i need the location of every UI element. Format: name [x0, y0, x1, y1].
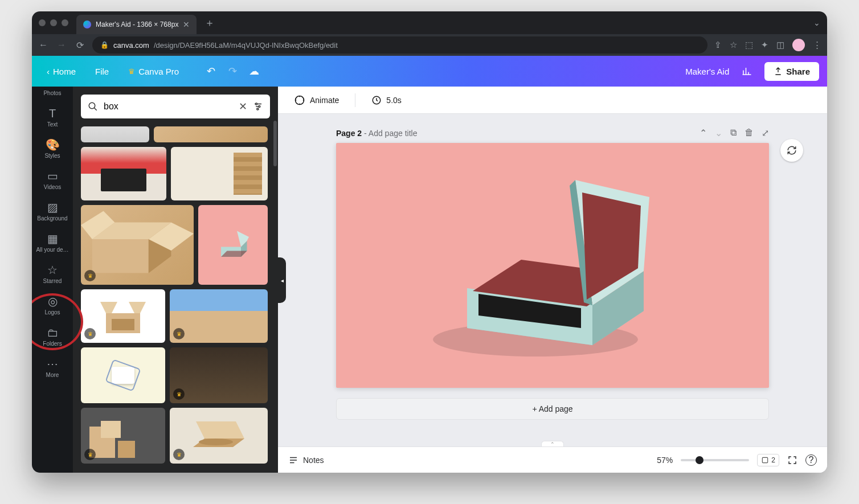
- premium-badge-icon: ♛: [173, 449, 185, 460]
- result-thumb[interactable]: [198, 205, 268, 285]
- notes-button[interactable]: Notes: [288, 455, 324, 465]
- svg-point-2: [259, 106, 260, 108]
- rail-item-background[interactable]: ▨Background: [32, 196, 73, 227]
- home-button[interactable]: ‹Home: [40, 63, 83, 80]
- rail-item-text[interactable]: TText: [32, 102, 73, 133]
- notes-icon: [288, 455, 298, 465]
- svg-rect-33: [763, 457, 768, 462]
- bookmark-icon[interactable]: ☆: [730, 40, 737, 50]
- traffic-close[interactable]: [39, 19, 46, 26]
- svg-point-22: [296, 96, 304, 104]
- text-icon: T: [49, 108, 56, 119]
- rail-item-starred[interactable]: ☆Starred: [32, 259, 73, 290]
- side-panel-icon[interactable]: ◫: [776, 40, 784, 50]
- search-row: ✕: [81, 95, 270, 118]
- rail-item-logos[interactable]: ◎Logos: [32, 290, 73, 321]
- pages-icon: [761, 456, 769, 464]
- traffic-minimize[interactable]: [50, 19, 57, 26]
- design-page[interactable]: [336, 143, 769, 388]
- styles-icon: 🎨: [46, 139, 60, 150]
- favicon-icon: [83, 21, 91, 28]
- page-title-placeholder[interactable]: Add page title: [369, 129, 418, 138]
- regenerate-button[interactable]: [780, 139, 803, 162]
- timing-button[interactable]: 5.0s: [366, 92, 407, 109]
- page-rail-handle[interactable]: ⌃: [541, 441, 564, 446]
- result-thumb[interactable]: ♛: [81, 408, 165, 464]
- forward-icon[interactable]: →: [56, 40, 67, 50]
- search-input[interactable]: [103, 101, 239, 112]
- allyourde-icon: ▦: [47, 233, 58, 244]
- toolbar-actions: ⇪ ☆ ⬚ ✦ ◫ ⋮: [714, 39, 821, 51]
- help-icon[interactable]: ?: [805, 454, 817, 466]
- new-tab-button[interactable]: ＋: [204, 16, 215, 30]
- clear-search-icon[interactable]: ✕: [239, 100, 247, 113]
- result-thumb[interactable]: [154, 126, 268, 142]
- page-indicator[interactable]: 2: [757, 454, 779, 466]
- redo-icon[interactable]: ↷: [224, 65, 240, 77]
- animate-button[interactable]: Animate: [288, 91, 345, 109]
- tabs-menu-icon[interactable]: ⌄: [813, 18, 820, 27]
- close-tab-icon[interactable]: ✕: [183, 20, 190, 29]
- profile-avatar[interactable]: [792, 39, 805, 51]
- rail-item-photos[interactable]: 🖼Photos: [32, 89, 73, 102]
- result-thumb[interactable]: ♛: [170, 289, 268, 343]
- doc-title[interactable]: Maker's Aid: [685, 67, 729, 76]
- canva-app: ‹Home File ♛Canva Pro ↶ ↷ ☁︎ Maker's Aid…: [32, 56, 827, 473]
- canva-pro-button[interactable]: ♛Canva Pro: [121, 63, 186, 80]
- zoom-knob[interactable]: [696, 456, 703, 464]
- delete-page-icon[interactable]: 🗑: [745, 128, 754, 138]
- traffic-zoom[interactable]: [62, 19, 68, 26]
- refresh-icon: [787, 145, 797, 155]
- result-thumb[interactable]: ♛: [81, 289, 165, 343]
- extensions-menu-icon[interactable]: ✦: [761, 40, 768, 50]
- rail-item-folders[interactable]: 🗀Folders: [32, 321, 73, 353]
- result-thumb[interactable]: ♛: [170, 408, 268, 464]
- search-results[interactable]: ♛ ♛ ♛: [73, 126, 278, 473]
- reload-icon[interactable]: ⟳: [74, 40, 85, 51]
- share-button[interactable]: Share: [764, 62, 819, 81]
- duplicate-page-icon[interactable]: ⧉: [730, 128, 737, 138]
- result-thumb[interactable]: ♛: [81, 205, 194, 285]
- search-filters-icon[interactable]: [253, 101, 263, 112]
- undo-icon[interactable]: ↶: [203, 65, 219, 77]
- result-thumb[interactable]: [81, 347, 165, 403]
- result-thumb[interactable]: [81, 126, 149, 142]
- extension-icon[interactable]: ⬚: [745, 40, 753, 50]
- home-label: Home: [53, 67, 76, 76]
- result-thumb[interactable]: ♛: [170, 347, 268, 403]
- clock-icon: [371, 95, 382, 105]
- rail-label: Text: [47, 121, 58, 128]
- add-page-icon[interactable]: ⤢: [762, 128, 769, 138]
- insights-icon[interactable]: [742, 66, 752, 76]
- canvas-toolbar: Animate 5.0s: [278, 87, 827, 114]
- browser-tab[interactable]: Maker's Aid - 1366 × 768px ✕: [76, 15, 197, 34]
- search-box[interactable]: ✕: [81, 95, 270, 118]
- panel-scrollbar[interactable]: [273, 121, 277, 166]
- rail-item-styles[interactable]: 🎨Styles: [32, 133, 73, 165]
- add-page-button[interactable]: + Add page: [336, 398, 769, 420]
- page-up-icon[interactable]: ⌃: [700, 128, 707, 138]
- svg-marker-20: [196, 421, 244, 439]
- cloud-sync-icon[interactable]: ☁︎: [246, 65, 262, 77]
- fullscreen-icon[interactable]: [787, 455, 797, 465]
- address-bar[interactable]: 🔒 canva.com/design/DAE9fH56LaM/m4qVUJQd-…: [92, 36, 707, 54]
- folders-icon: 🗀: [47, 327, 58, 338]
- zoom-text[interactable]: 57%: [657, 456, 673, 465]
- selected-box-image[interactable]: [404, 157, 701, 374]
- page-down-icon[interactable]: ⌄: [715, 128, 722, 138]
- result-thumb[interactable]: [81, 147, 166, 200]
- url-domain: canva.com: [113, 41, 149, 50]
- panel-collapse-toggle[interactable]: ◂: [278, 257, 286, 303]
- canvas-scroll[interactable]: Page 2 - Add page title ⌃ ⌄ ⧉ 🗑 ⤢: [278, 114, 827, 446]
- page-sep: -: [362, 129, 369, 138]
- back-icon[interactable]: ←: [38, 40, 49, 50]
- zoom-slider[interactable]: [681, 459, 749, 461]
- rail-item-allyourde[interactable]: ▦All your de…: [32, 227, 73, 259]
- rail-item-videos[interactable]: ▭Videos: [32, 165, 73, 196]
- kebab-menu-icon[interactable]: ⋮: [813, 40, 821, 50]
- side-panel: ✕: [73, 87, 278, 473]
- result-thumb[interactable]: [171, 147, 268, 200]
- file-menu[interactable]: File: [88, 63, 116, 80]
- rail-item-more[interactable]: ⋯More: [32, 353, 73, 384]
- share-url-icon[interactable]: ⇪: [714, 40, 722, 50]
